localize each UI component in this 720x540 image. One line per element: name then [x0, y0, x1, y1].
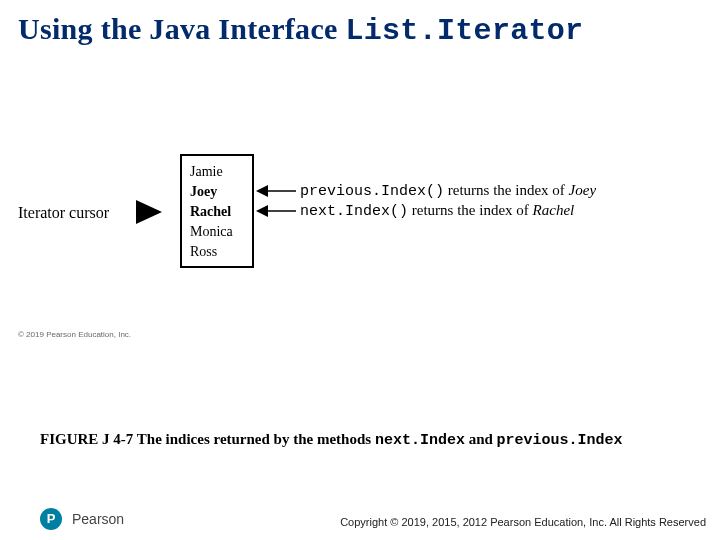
list-item: Ross: [190, 242, 244, 262]
logo-text: Pearson: [72, 511, 124, 527]
list-item: Rachel: [190, 202, 244, 222]
svg-marker-0: [136, 200, 162, 224]
method-desc: returns the index of: [408, 202, 533, 218]
caption-code: previous.Index: [497, 432, 623, 449]
title-code: List.Iterator: [345, 14, 583, 48]
slide-title: Using the Java Interface List.Iterator: [18, 12, 583, 48]
copyright-text: Copyright © 2019, 2015, 2012 Pearson Edu…: [340, 516, 706, 528]
method-desc: returns the index of: [444, 182, 569, 198]
arrow-left-icon: [256, 184, 296, 202]
method-code: next.Index(): [300, 203, 408, 220]
logo-mark-icon: P: [40, 508, 62, 530]
next-index-text: next.Index() returns the index of Rachel: [300, 202, 574, 220]
svg-marker-2: [256, 185, 268, 197]
method-target: Joey: [569, 182, 596, 198]
list-item: Joey: [190, 182, 244, 202]
method-code: previous.Index(): [300, 183, 444, 200]
figure-copyright: © 2019 Pearson Education, Inc.: [18, 330, 131, 339]
caption-lead: FIGURE J 4-7 The indices returned by the…: [40, 431, 375, 447]
figure-caption: FIGURE J 4-7 The indices returned by the…: [40, 430, 680, 451]
cursor-arrow-icon: [136, 200, 176, 224]
list-item: Jamie: [190, 162, 244, 182]
list-item: Monica: [190, 222, 244, 242]
method-target: Rachel: [533, 202, 575, 218]
slide: Using the Java Interface List.Iterator I…: [0, 0, 720, 540]
arrow-left-icon: [256, 204, 296, 222]
name-list-box: Jamie Joey Rachel Monica Ross: [180, 154, 254, 268]
svg-marker-4: [256, 205, 268, 217]
caption-mid: and: [465, 431, 497, 447]
title-text: Using the Java Interface: [18, 12, 345, 45]
pearson-logo: P Pearson: [40, 508, 124, 530]
previous-index-text: previous.Index() returns the index of Jo…: [300, 182, 596, 200]
caption-code: next.Index: [375, 432, 465, 449]
cursor-label: Iterator cursor: [18, 204, 109, 222]
figure: Iterator cursor Jamie Joey Rachel Monica…: [18, 150, 702, 330]
